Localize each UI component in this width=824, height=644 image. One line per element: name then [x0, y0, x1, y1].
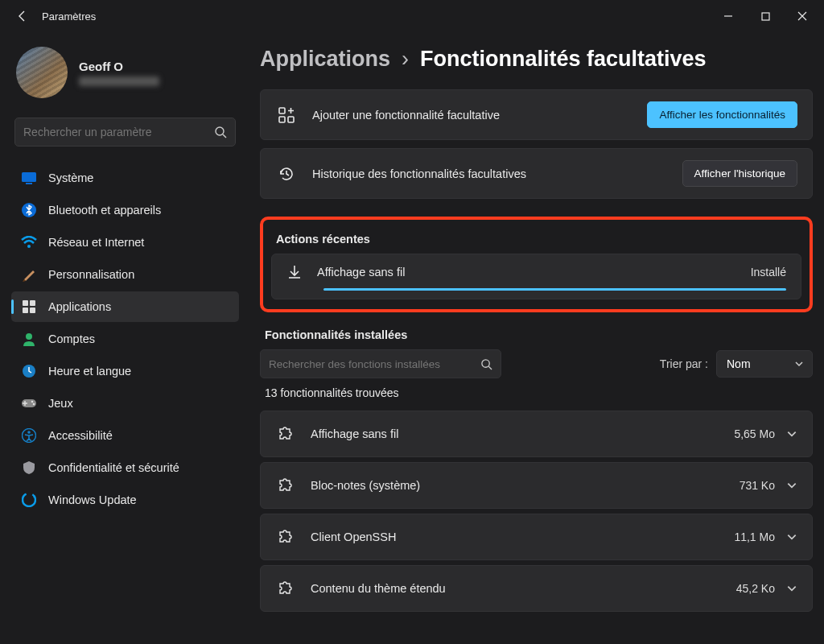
monitor-icon — [21, 170, 37, 186]
nav-network[interactable]: Réseau et Internet — [11, 227, 239, 258]
svg-rect-3 — [26, 183, 32, 184]
nav-bluetooth[interactable]: Bluetooth et appareils — [11, 195, 239, 225]
view-history-button[interactable]: Afficher l'historique — [682, 160, 797, 187]
close-button[interactable] — [784, 0, 821, 32]
download-icon — [286, 264, 303, 280]
add-feature-card: Ajouter une fonctionnalité facultative A… — [260, 89, 813, 140]
feature-row[interactable]: Client OpenSSH 11,1 Mo — [260, 514, 813, 560]
svg-point-13 — [31, 401, 34, 403]
feature-size: 45,2 Ko — [736, 582, 775, 595]
recent-action-label: Affichage sans fil — [317, 266, 736, 279]
nav-accounts[interactable]: Comptes — [11, 324, 239, 354]
breadcrumb-separator: › — [402, 47, 409, 72]
nav-privacy[interactable]: Confidentialité et sécurité — [11, 452, 239, 483]
accessibility-icon — [21, 427, 37, 444]
nav-apps[interactable]: Applications — [11, 291, 239, 322]
installed-heading: Fonctionnalités installées — [265, 328, 813, 341]
svg-point-21 — [482, 359, 489, 366]
installed-search[interactable] — [260, 349, 501, 378]
profile-block[interactable]: Geoff O — [11, 39, 239, 109]
nav-label: Jeux — [48, 397, 73, 410]
recent-actions-callout: Actions récentes Affichage sans fil Inst… — [260, 217, 813, 312]
settings-search[interactable] — [14, 118, 236, 147]
minimize-button[interactable] — [710, 0, 747, 32]
puzzle-icon — [275, 476, 295, 495]
history-card: Historique des fonctionnalités facultati… — [260, 148, 813, 199]
chevron-down-icon — [794, 359, 804, 369]
maximize-button[interactable] — [747, 0, 784, 32]
nav-accessibility[interactable]: Accessibilité — [11, 420, 239, 451]
svg-rect-6 — [23, 300, 28, 306]
search-icon — [480, 358, 492, 370]
svg-rect-2 — [22, 172, 36, 182]
nav-label: Comptes — [48, 332, 95, 345]
feature-row[interactable]: Bloc-notes (système) 731 Ko — [260, 462, 813, 509]
back-button[interactable] — [6, 0, 39, 32]
clock-globe-icon — [21, 363, 37, 379]
view-features-button[interactable]: Afficher les fonctionnalités — [647, 101, 797, 128]
sidebar: Geoff O Système Bluetooth et appareils R… — [0, 32, 245, 644]
feature-label: Client OpenSSH — [311, 530, 734, 543]
installed-search-input[interactable] — [269, 358, 480, 370]
nav-label: Accessibilité — [48, 429, 113, 442]
recent-action-card: Affichage sans fil Installé — [271, 254, 801, 299]
person-icon — [21, 331, 37, 347]
feature-label: Bloc-notes (système) — [311, 479, 740, 492]
profile-name: Geoff O — [79, 60, 159, 73]
feature-row[interactable]: Affichage sans fil 5,65 Mo — [260, 411, 813, 457]
avatar — [16, 47, 68, 98]
nav-label: Heure et langue — [48, 365, 131, 378]
svg-rect-9 — [30, 308, 35, 313]
recent-action-status: Installé — [751, 266, 786, 279]
profile-email-redacted — [79, 76, 159, 86]
nav-label: Confidentialité et sécurité — [48, 461, 179, 474]
add-grid-icon — [275, 104, 298, 126]
nav-system[interactable]: Système — [11, 163, 239, 193]
nav-windows-update[interactable]: Windows Update — [11, 485, 239, 515]
svg-rect-8 — [23, 308, 28, 313]
nav-label: Bluetooth et appareils — [48, 204, 161, 217]
add-feature-label: Ajouter une fonctionnalité facultative — [312, 109, 647, 122]
feature-label: Contenu du thème étendu — [311, 582, 736, 595]
svg-point-1 — [216, 127, 224, 135]
history-icon — [275, 163, 298, 185]
puzzle-icon — [275, 424, 295, 444]
feature-row[interactable]: Contenu du thème étendu 45,2 Ko — [260, 565, 813, 612]
nav-label: Applications — [48, 300, 111, 313]
chevron-down-icon — [786, 428, 797, 440]
main-content: Applications › Fonctionnalités facultati… — [245, 32, 824, 644]
settings-search-input[interactable] — [23, 126, 214, 138]
progress-bar — [323, 288, 786, 291]
nav-gaming[interactable]: Jeux — [11, 388, 239, 419]
titlebar: Paramètres — [0, 0, 824, 32]
puzzle-icon — [275, 527, 295, 547]
nav-label: Réseau et Internet — [48, 236, 144, 249]
breadcrumb: Applications › Fonctionnalités facultati… — [260, 47, 813, 72]
apps-icon — [21, 299, 37, 315]
nav-list: Système Bluetooth et appareils Réseau et… — [11, 163, 239, 515]
svg-point-10 — [26, 333, 32, 340]
nav-label: Personnalisation — [48, 268, 134, 281]
history-label: Historique des fonctionnalités facultati… — [312, 167, 682, 180]
nav-label: Windows Update — [48, 493, 137, 506]
svg-rect-20 — [288, 117, 294, 122]
wifi-icon — [21, 234, 37, 250]
puzzle-icon — [275, 579, 295, 598]
window-title: Paramètres — [42, 10, 96, 23]
feature-label: Affichage sans fil — [311, 427, 734, 440]
feature-count: 13 fonctionnalités trouvées — [265, 386, 813, 399]
update-icon — [21, 492, 37, 508]
nav-personalization[interactable]: Personnalisation — [11, 259, 239, 290]
gamepad-icon — [21, 395, 37, 411]
sort-value: Nom — [727, 357, 751, 370]
breadcrumb-parent[interactable]: Applications — [260, 47, 390, 72]
nav-time-language[interactable]: Heure et langue — [11, 356, 239, 386]
feature-size: 5,65 Mo — [734, 427, 775, 440]
svg-rect-18 — [279, 108, 285, 114]
paintbrush-icon — [21, 266, 37, 283]
shield-icon — [21, 460, 37, 476]
sort-select[interactable]: Nom — [716, 350, 813, 378]
search-icon — [214, 126, 227, 138]
chevron-down-icon — [786, 531, 797, 543]
svg-rect-19 — [279, 117, 285, 122]
